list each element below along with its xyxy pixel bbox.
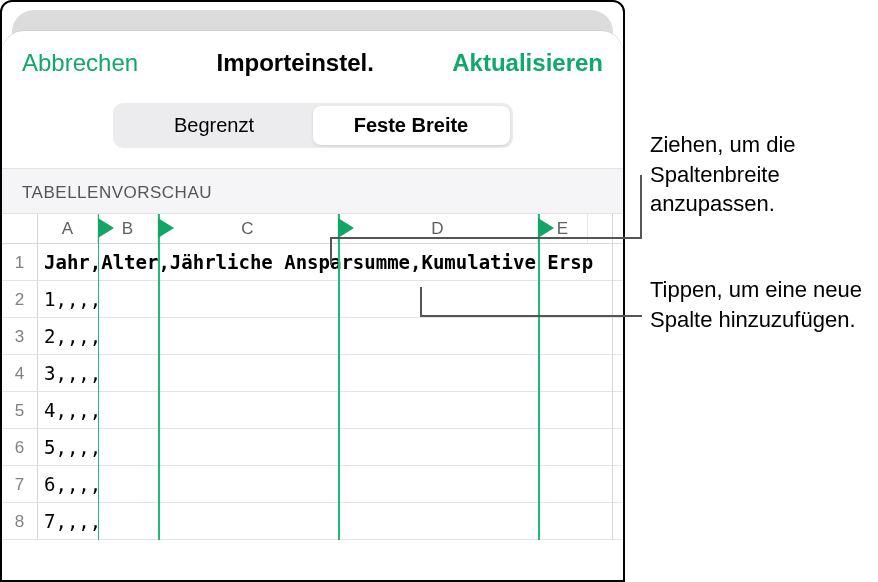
row-number: 7 xyxy=(2,466,38,502)
table-row: 87,,,, xyxy=(2,503,623,540)
column-width-handle-icon[interactable] xyxy=(338,218,354,238)
table-row: 43,,,, xyxy=(2,355,623,392)
table-preview: ABCDE 1Jahr,Alter,Jährliche Ansparsumme,… xyxy=(2,214,623,540)
row-content: 4,,,, xyxy=(38,392,623,428)
import-settings-sheet: Abbrechen Importeinstel. Aktualisieren B… xyxy=(2,30,623,580)
row-content: 2,,,, xyxy=(38,318,623,354)
table-row: 76,,,, xyxy=(2,466,623,503)
table-row: 32,,,, xyxy=(2,318,623,355)
callout-line xyxy=(420,315,642,317)
preview-section-header: TABELLENVORSCHAU xyxy=(2,168,623,214)
row-number-gutter-header xyxy=(2,214,38,243)
row-number: 4 xyxy=(2,355,38,391)
row-number: 2 xyxy=(2,281,38,317)
row-number: 8 xyxy=(2,503,38,539)
column-width-handle-icon[interactable] xyxy=(98,218,114,238)
table-row: 54,,,, xyxy=(2,392,623,429)
row-content: 3,,,, xyxy=(38,355,623,391)
row-number: 3 xyxy=(2,318,38,354)
preview-rows: 1Jahr,Alter,Jährliche Ansparsumme,Kumula… xyxy=(2,244,623,540)
table-row: 21,,,, xyxy=(2,281,623,318)
seg-fixed-width[interactable]: Feste Breite xyxy=(313,106,510,145)
annotation-drag: Ziehen, um die Spaltenbreite anzupassen. xyxy=(650,130,870,219)
segmented-control: Begrenzt Feste Breite xyxy=(113,103,513,148)
row-number: 6 xyxy=(2,429,38,465)
callout-line xyxy=(330,237,640,239)
app-sheet: Abbrechen Importeinstel. Aktualisieren B… xyxy=(0,0,625,582)
cancel-button[interactable]: Abbrechen xyxy=(22,49,138,77)
seg-delimited[interactable]: Begrenzt xyxy=(116,106,313,145)
confirm-button[interactable]: Aktualisieren xyxy=(452,49,603,77)
row-number: 1 xyxy=(2,244,38,280)
sheet-title: Importeinstel. xyxy=(217,49,374,77)
callout-line xyxy=(640,175,642,239)
annotation-tap: Tippen, um eine neue Spalte hinzuzufügen… xyxy=(650,275,870,334)
table-row: 65,,,, xyxy=(2,429,623,466)
nav-bar: Abbrechen Importeinstel. Aktualisieren xyxy=(2,31,623,95)
callout-line xyxy=(330,237,332,265)
table-row: 1Jahr,Alter,Jährliche Ansparsumme,Kumula… xyxy=(2,244,623,281)
column-header-c[interactable]: C xyxy=(158,214,338,243)
row-content: 7,,,, xyxy=(38,503,623,539)
callout-line xyxy=(420,287,422,315)
column-header-row[interactable]: ABCDE xyxy=(2,214,623,244)
column-width-handle-icon[interactable] xyxy=(158,218,174,238)
row-content: 1,,,, xyxy=(38,281,623,317)
column-width-handle-icon[interactable] xyxy=(538,218,554,238)
column-header-a[interactable]: A xyxy=(38,214,98,243)
row-content: 6,,,, xyxy=(38,466,623,502)
row-content: 5,,,, xyxy=(38,429,623,465)
row-number: 5 xyxy=(2,392,38,428)
